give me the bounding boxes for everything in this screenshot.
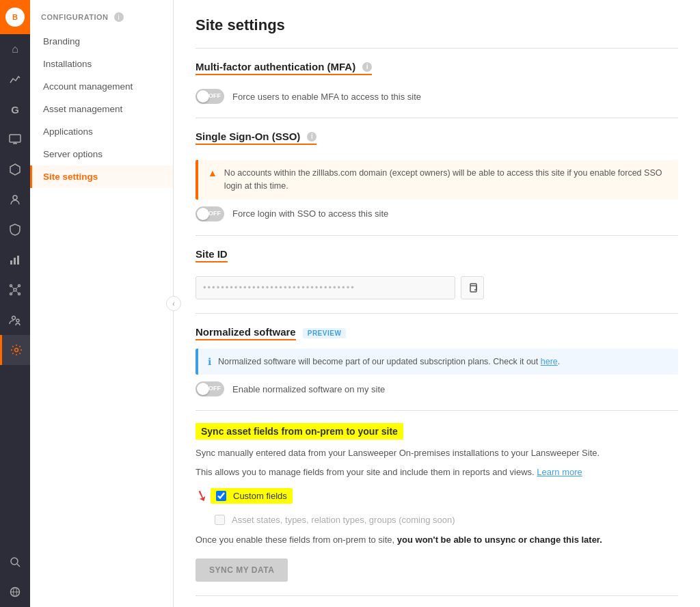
site-id-title: Site ID [196, 248, 228, 262]
mfa-toggle-text: Force users to enable MFA to access to t… [232, 92, 421, 102]
sidebar-item-site-settings[interactable]: Site settings [30, 165, 173, 188]
normalized-software-toggle[interactable]: OFF [196, 381, 224, 396]
svg-point-8 [14, 288, 16, 291]
svg-point-17 [12, 316, 16, 320]
sso-section: Single Sign-On (SSO) i ▲ No accounts wit… [196, 131, 678, 221]
mfa-toggle-knob [197, 90, 209, 103]
mfa-toggle-row: OFF Force users to enable MFA to access … [196, 89, 678, 104]
custom-fields-label: Custom fields [233, 491, 287, 501]
asset-states-checkbox[interactable] [215, 515, 225, 525]
sidebar-item-server-options[interactable]: Server options [30, 143, 173, 165]
monitor-icon[interactable] [0, 124, 30, 154]
mfa-title: Multi-factor authentication (MFA) i [196, 61, 372, 75]
svg-line-13 [12, 286, 14, 289]
people-icon[interactable] [0, 185, 30, 215]
graph-icon[interactable] [0, 64, 30, 94]
sso-toggle-row: OFF Force login with SSO to access this … [196, 206, 678, 221]
mfa-info-icon[interactable]: i [362, 62, 372, 72]
normalized-software-link[interactable]: here [541, 357, 558, 366]
warning-icon: ▲ [208, 167, 217, 178]
sso-toggle[interactable]: OFF [196, 206, 224, 221]
sidebar-item-asset-management[interactable]: Asset management [30, 98, 173, 120]
globe-icon[interactable] [0, 577, 30, 607]
svg-rect-0 [10, 135, 21, 142]
info-circle-icon: ℹ [208, 356, 211, 367]
home-icon[interactable]: ⌂ [0, 34, 30, 64]
icon-bar: B ⌂ G [0, 0, 30, 607]
svg-line-15 [12, 291, 14, 294]
sync-warning-text: Once you enable these fields from on-pre… [196, 535, 678, 545]
avatar: B [5, 8, 25, 27]
sidebar-item-applications[interactable]: Applications [30, 120, 173, 143]
svg-line-14 [16, 286, 19, 289]
svg-rect-5 [10, 260, 12, 265]
g-icon[interactable]: G [0, 94, 30, 124]
site-id-row [196, 276, 678, 299]
preview-badge: PREVIEW [303, 328, 347, 338]
avatar-container[interactable]: B [0, 0, 30, 34]
svg-marker-3 [10, 164, 20, 175]
sync-desc-1: Sync manually entered data from your Lan… [196, 446, 678, 460]
asset-states-checkbox-item: Asset states, types, relation types, gro… [215, 512, 678, 528]
shield-icon[interactable] [0, 215, 30, 245]
main-content: Site settings Multi-factor authenticatio… [174, 0, 700, 607]
svg-point-20 [11, 558, 18, 565]
normalized-software-toggle-label: OFF [208, 385, 221, 392]
divider-3 [196, 313, 678, 314]
sso-title: Single Sign-On (SSO) i [196, 131, 317, 145]
normalized-software-title: Normalized software [196, 326, 296, 340]
sidebar-item-branding[interactable]: Branding [30, 30, 173, 53]
hexagon-icon[interactable] [0, 154, 30, 185]
top-divider [196, 48, 678, 49]
asset-states-label: Asset states, types, relation types, gro… [232, 515, 455, 525]
mfa-toggle[interactable]: OFF [196, 89, 224, 104]
normalized-software-info-text: Normalized software will become part of … [218, 355, 560, 368]
svg-rect-6 [14, 258, 16, 265]
divider-5 [196, 595, 678, 596]
svg-rect-7 [17, 256, 19, 265]
normalized-software-toggle-row: OFF Enable normalized software on my sit… [196, 381, 678, 396]
learn-more-link[interactable]: Learn more [537, 467, 582, 477]
sync-section: Sync asset fields from on-prem to your s… [196, 423, 678, 582]
divider-1 [196, 118, 678, 118]
svg-point-19 [14, 349, 18, 352]
nodes-icon[interactable] [0, 275, 30, 305]
svg-point-4 [13, 195, 17, 200]
sidebar-nav: Branding Installations Account managemen… [30, 27, 173, 607]
mfa-toggle-label: OFF [208, 92, 221, 99]
config-info-icon[interactable]: i [114, 12, 124, 22]
svg-point-18 [16, 319, 19, 322]
sso-toggle-label: OFF [208, 210, 221, 217]
divider-4 [196, 410, 678, 411]
site-id-section: Site ID [196, 248, 678, 299]
config-title: CONFIGURATION [41, 13, 109, 21]
user-mgmt-icon[interactable] [0, 305, 30, 335]
sidebar-collapse-button[interactable]: ‹ [166, 296, 181, 311]
sso-toggle-text: Force login with SSO to access this site [232, 208, 388, 219]
normalized-software-alert: ℹ Normalized software will become part o… [196, 349, 678, 375]
custom-fields-checkbox[interactable] [216, 491, 226, 501]
copy-button[interactable] [461, 276, 484, 299]
normalized-software-section: Normalized software PREVIEW ℹ Normalized… [196, 326, 678, 397]
sso-info-icon[interactable]: i [307, 132, 317, 141]
sidebar-item-account-management[interactable]: Account management [30, 75, 173, 98]
svg-line-21 [17, 564, 20, 567]
sso-toggle-knob [197, 208, 209, 220]
sso-warning-text: No accounts within the zilllabs.com doma… [224, 167, 669, 193]
sidebar-item-installations[interactable]: Installations [30, 53, 173, 75]
search-bottom-icon[interactable] [0, 547, 30, 577]
normalized-software-toggle-knob [197, 383, 209, 395]
mfa-section: Multi-factor authentication (MFA) i OFF … [196, 61, 678, 104]
sso-warning-alert: ▲ No accounts within the zilllabs.com do… [196, 160, 678, 200]
page-title: Site settings [196, 16, 678, 34]
divider-2 [196, 235, 678, 236]
normalized-software-toggle-text: Enable normalized software on my site [232, 384, 385, 394]
settings-icon[interactable] [0, 335, 30, 365]
chart-icon[interactable] [0, 245, 30, 275]
svg-rect-25 [470, 286, 476, 292]
sync-my-data-button[interactable]: SYNC MY DATA [196, 558, 288, 582]
icon-bar-bottom [0, 547, 30, 607]
red-arrow-icon: ➘ [193, 485, 211, 507]
site-id-input[interactable] [196, 276, 455, 299]
sidebar: CONFIGURATION i Branding Installations A… [30, 0, 174, 607]
